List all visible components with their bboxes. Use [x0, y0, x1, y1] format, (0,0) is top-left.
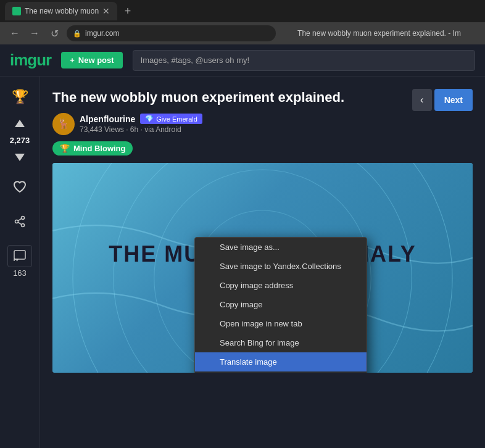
author-name[interactable]: Alpenflourine: [80, 114, 135, 124]
comment-count: 163: [13, 268, 27, 278]
url-box[interactable]: 🔒 imgur.com: [67, 25, 276, 41]
context-open-new-tab[interactable]: Open image in new tab: [195, 314, 367, 333]
post-area: The new wobbly muon experiment explained…: [40, 77, 485, 448]
svg-point-2: [15, 220, 19, 223]
svg-line-3: [18, 218, 22, 221]
post-author: 🦌 Alpenflourine 💎 Give Emerald 73,443 Vi…: [52, 113, 412, 135]
svg-point-0: [22, 217, 25, 220]
share-button[interactable]: [9, 210, 31, 233]
prev-button[interactable]: ‹: [412, 89, 432, 111]
downvote-icon: [14, 151, 26, 164]
upvote-button[interactable]: [9, 112, 31, 135]
context-translate-image[interactable]: Translate image: [195, 352, 367, 371]
context-search-bing[interactable]: Search Bing for image: [195, 333, 367, 352]
context-save-to-yandex[interactable]: Save image to Yandex.Collections: [195, 257, 367, 276]
context-item-label: Open image in new tab: [220, 319, 302, 328]
author-info: Alpenflourine 💎 Give Emerald 73,443 View…: [80, 114, 202, 134]
svg-line-4: [18, 222, 22, 225]
post-header: The new wobbly muon experiment explained…: [52, 89, 473, 156]
vote-section: 2,273: [9, 112, 31, 168]
vote-count: 2,273: [10, 136, 30, 145]
tab-favicon: [12, 7, 21, 15]
post-title: The new wobbly muon experiment explained…: [52, 89, 349, 107]
address-bar: ← → ↺ 🔒 imgur.com The new wobbly muon ex…: [0, 22, 485, 44]
close-tab-button[interactable]: ✕: [102, 6, 110, 16]
main-layout: 🏆 2,273: [0, 77, 485, 448]
context-save-image-as[interactable]: Save image as...: [195, 238, 367, 257]
context-item-label: Search Bing for image: [220, 338, 299, 347]
new-tab-button[interactable]: +: [120, 3, 136, 19]
post-meta: 73,443 Views · 6h · via Android: [80, 125, 202, 134]
comment-icon: [13, 249, 27, 263]
post-title-section: The new wobbly muon experiment explained…: [52, 89, 412, 156]
context-menu: Save image as... Save image to Yandex.Co…: [194, 237, 367, 373]
downvote-button[interactable]: [9, 146, 31, 168]
search-bar[interactable]: Images, #tags, @users oh my!: [133, 50, 475, 71]
svg-point-1: [22, 224, 25, 227]
page-title-bar: The new wobbly muon experiment explained…: [281, 29, 478, 38]
trophy-badge: 🏆: [12, 89, 28, 105]
comment-section: 163: [7, 245, 32, 278]
tab-bar: The new wobbly muon ✕ +: [0, 0, 485, 22]
mind-blowing-tag[interactable]: 🏆 Mind Blowing: [52, 141, 133, 156]
tag-trophy-icon: 🏆: [60, 144, 70, 153]
context-item-label: Copy image: [220, 300, 262, 309]
context-item-label: Translate image: [220, 357, 277, 367]
url-text: imgur.com: [85, 29, 119, 38]
back-button[interactable]: ←: [7, 28, 22, 39]
author-avatar[interactable]: 🦌: [52, 113, 75, 135]
forward-button[interactable]: →: [27, 28, 42, 39]
share-icon: [14, 215, 26, 228]
lock-icon: 🔒: [73, 30, 81, 38]
imgur-header: imgur + New post Images, #tags, @users o…: [0, 44, 485, 77]
browser-chrome: The new wobbly muon ✕ + ← → ↺ 🔒 imgur.co…: [0, 0, 485, 44]
avatar-icon: 🦌: [57, 118, 70, 130]
page-content: imgur + New post Images, #tags, @users o…: [0, 44, 485, 448]
plus-icon: +: [70, 56, 75, 65]
context-copy-image-address[interactable]: Copy image address: [195, 276, 367, 295]
next-button[interactable]: Next: [434, 89, 473, 111]
active-tab[interactable]: The new wobbly muon ✕: [5, 2, 117, 20]
context-copy-image[interactable]: Copy image: [195, 295, 367, 314]
new-post-button[interactable]: + New post: [61, 52, 122, 68]
post-image-container: THE MUON G−2 ANOMALY EXPLAINED Save imag…: [52, 163, 473, 373]
emerald-badge[interactable]: 💎 Give Emerald: [140, 114, 202, 124]
comment-button[interactable]: [7, 245, 32, 267]
svg-rect-5: [14, 251, 25, 259]
context-item-label: Save image to Yandex.Collections: [220, 262, 341, 271]
heart-icon: [13, 181, 27, 193]
upvote-icon: [14, 117, 26, 130]
favorite-button[interactable]: [9, 176, 31, 198]
context-item-label: Save image as...: [220, 243, 280, 252]
imgur-logo[interactable]: imgur: [10, 51, 51, 70]
context-item-label: Copy image address: [220, 281, 293, 290]
nav-arrows: ‹ Next: [412, 89, 473, 111]
tab-title: The new wobbly muon: [25, 7, 99, 15]
search-placeholder: Images, #tags, @users oh my!: [141, 56, 250, 65]
reload-button[interactable]: ↺: [47, 28, 62, 39]
emerald-icon: 💎: [145, 115, 154, 123]
left-sidebar: 🏆 2,273: [0, 77, 40, 448]
